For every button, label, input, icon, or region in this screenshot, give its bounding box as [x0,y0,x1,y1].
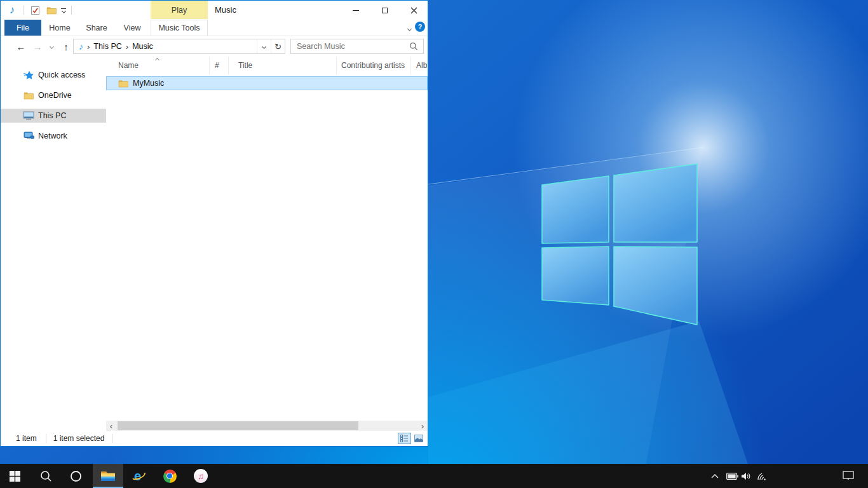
windows-start-icon [10,471,20,482]
itunes-button[interactable]: ♫ [187,464,215,488]
back-button[interactable]: ← [13,39,29,54]
cortana-button[interactable] [62,464,90,488]
details-view-icon [400,435,409,442]
breadcrumb-this-pc[interactable]: This PC [93,42,121,51]
maximize-button[interactable] [375,1,395,20]
address-bar[interactable]: ♪ › This PC › Music ↻ [73,39,285,54]
internet-explorer-button[interactable]: e [125,464,153,488]
sidebar-item-label: OneDrive [38,91,72,100]
monitor-icon [23,111,34,121]
speaker-icon [742,472,752,480]
details-view-button[interactable] [398,433,411,444]
chrome-button[interactable] [156,464,184,488]
scroll-right-arrow[interactable]: › [417,421,428,431]
sidebar-item-label: Network [38,132,67,140]
selection-count: 1 item selected [53,434,105,443]
breadcrumb-music[interactable]: Music [132,42,153,51]
sidebar-item-quick-access[interactable]: Quick access [1,68,106,82]
start-button[interactable] [1,464,29,488]
column-label: # [215,61,219,70]
address-dropdown-button[interactable] [257,39,271,53]
battery-icon [726,473,738,480]
horizontal-scrollbar[interactable]: ‹ › [106,421,428,431]
file-explorer-icon [100,470,116,482]
taskbar-search-button[interactable] [32,464,60,488]
tab-view[interactable]: View [115,20,149,36]
properties-button[interactable] [29,3,41,17]
column-header-row: Name # Title Contributing artists Alb [106,57,428,74]
scrollbar-thumb[interactable] [118,421,358,430]
item-count: 1 item [16,434,37,443]
search-icon [40,470,52,482]
new-folder-button[interactable] [45,3,58,17]
file-explorer-window: ♪ Play Music [0,0,428,447]
action-center-icon [843,471,854,481]
column-header-contributing-artists[interactable]: Contributing artists [336,57,410,74]
close-icon [410,7,417,14]
tray-network[interactable] [754,464,770,488]
help-button[interactable]: ? [415,22,425,32]
column-label: Contributing artists [341,61,405,70]
window-title: Music [215,5,236,15]
minimize-button[interactable] [346,1,365,20]
title-bar: ♪ Play Music [1,1,428,20]
search-box [290,39,424,54]
separator [112,434,112,443]
action-center-button[interactable] [840,464,857,488]
tab-home[interactable]: Home [41,20,78,36]
sidebar-item-this-pc[interactable]: This PC [1,109,106,123]
large-icons-view-button[interactable] [412,433,425,444]
properties-icon [31,6,40,15]
search-icon[interactable] [409,42,418,51]
file-row-mymusic-selected[interactable]: MyMusic [106,76,428,90]
sidebar-item-label: This PC [38,111,66,120]
cortana-icon [70,470,82,482]
file-list-pane: Name # Title Contributing artists Alb [106,57,428,421]
forward-button-disabled[interactable]: → [30,39,45,54]
breadcrumb-separator: › [126,42,128,51]
tab-music-tools[interactable]: Music Tools [151,20,208,36]
search-input[interactable] [291,42,409,51]
large-icons-view-icon [414,435,423,442]
itunes-icon: ♫ [194,469,208,483]
separator [23,6,24,15]
column-label: Alb [416,61,427,70]
column-label: Title [238,61,252,70]
breadcrumb-separator: › [87,42,90,51]
svg-text:e: e [134,469,141,483]
play-contextual-header[interactable]: Play [151,1,208,19]
sidebar-item-network[interactable]: Network [1,129,106,143]
sidebar-item-label: Quick access [38,71,85,79]
internet-explorer-icon: e [132,468,147,484]
refresh-button[interactable]: ↻ [271,39,285,53]
recent-locations-dropdown[interactable] [46,39,57,54]
column-header-number[interactable]: # [209,57,228,74]
chevron-down-icon [407,27,412,31]
network-pc-icon [23,132,34,140]
tray-show-hidden-icons[interactable] [707,464,723,488]
folder-icon [118,79,129,88]
column-header-title[interactable]: Title [228,57,336,74]
navigation-pane: Quick access OneDrive This PC [1,57,106,421]
customize-qat-dropdown[interactable] [59,3,68,17]
wifi-icon [757,472,768,480]
column-header-album[interactable]: Alb [410,57,428,74]
ribbon-tab-row: File Home Share View Music Tools [1,20,428,36]
scroll-left-arrow[interactable]: ‹ [106,421,116,431]
chrome-icon [163,470,177,483]
up-button[interactable]: ↑ [58,39,74,54]
chevron-up-icon [711,474,719,478]
quick-access-star-icon [23,70,34,80]
new-folder-icon [46,6,57,15]
expand-ribbon-button[interactable] [408,24,411,32]
status-bar: 1 item 1 item selected [1,431,428,446]
taskbar-file-explorer-button[interactable] [93,464,123,488]
navigation-toolbar: ← → ↑ ♪ › This PC › Music ↻ [1,36,428,57]
close-button[interactable] [404,1,424,20]
tray-volume[interactable] [738,464,755,488]
separator [71,6,72,15]
music-note-app-icon: ♪ [6,3,18,17]
tab-share[interactable]: Share [78,20,115,36]
sidebar-item-onedrive[interactable]: OneDrive [1,88,106,102]
tab-file[interactable]: File [4,20,41,36]
